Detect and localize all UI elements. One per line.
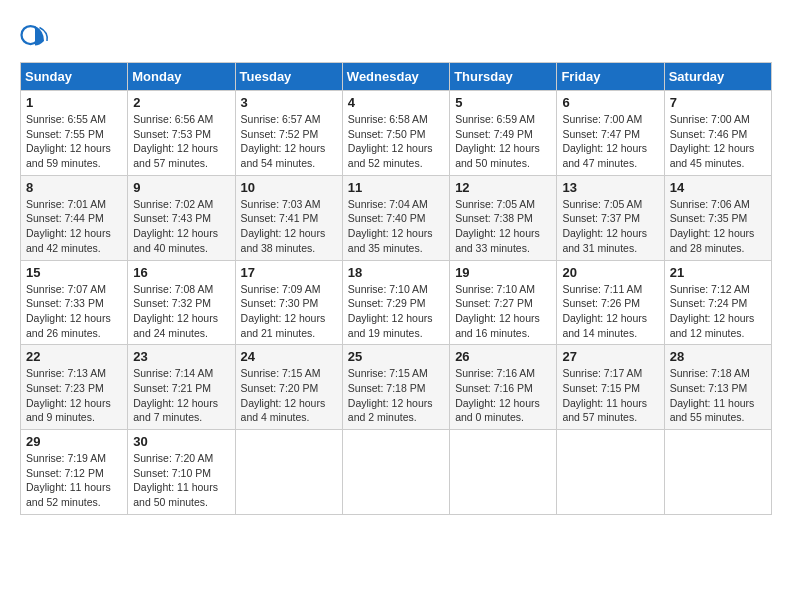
calendar-cell: 17 Sunrise: 7:09 AM Sunset: 7:30 PM Dayl… — [235, 260, 342, 345]
calendar-cell: 9 Sunrise: 7:02 AM Sunset: 7:43 PM Dayli… — [128, 175, 235, 260]
calendar-cell — [450, 430, 557, 515]
day-number: 1 — [26, 95, 122, 110]
day-info: Sunrise: 7:15 AM Sunset: 7:20 PM Dayligh… — [241, 366, 337, 425]
daylight-label: Daylight: 11 hours and 52 minutes. — [26, 481, 111, 508]
sunset-label: Sunset: 7:18 PM — [348, 382, 426, 394]
day-info: Sunrise: 7:04 AM Sunset: 7:40 PM Dayligh… — [348, 197, 444, 256]
sunset-label: Sunset: 7:50 PM — [348, 128, 426, 140]
day-info: Sunrise: 7:17 AM Sunset: 7:15 PM Dayligh… — [562, 366, 658, 425]
sunrise-label: Sunrise: 7:05 AM — [562, 198, 642, 210]
sunrise-label: Sunrise: 6:55 AM — [26, 113, 106, 125]
sunset-label: Sunset: 7:40 PM — [348, 212, 426, 224]
sunset-label: Sunset: 7:26 PM — [562, 297, 640, 309]
sunrise-label: Sunrise: 7:06 AM — [670, 198, 750, 210]
sunset-label: Sunset: 7:30 PM — [241, 297, 319, 309]
day-number: 4 — [348, 95, 444, 110]
sunrise-label: Sunrise: 7:11 AM — [562, 283, 642, 295]
day-number: 5 — [455, 95, 551, 110]
day-number: 11 — [348, 180, 444, 195]
daylight-label: Daylight: 12 hours and 4 minutes. — [241, 397, 326, 424]
day-number: 16 — [133, 265, 229, 280]
calendar-week-row: 22 Sunrise: 7:13 AM Sunset: 7:23 PM Dayl… — [21, 345, 772, 430]
logo-icon — [20, 20, 50, 50]
daylight-label: Daylight: 12 hours and 45 minutes. — [670, 142, 755, 169]
sunrise-label: Sunrise: 7:08 AM — [133, 283, 213, 295]
calendar-cell: 16 Sunrise: 7:08 AM Sunset: 7:32 PM Dayl… — [128, 260, 235, 345]
daylight-label: Daylight: 11 hours and 50 minutes. — [133, 481, 218, 508]
day-number: 30 — [133, 434, 229, 449]
day-info: Sunrise: 6:58 AM Sunset: 7:50 PM Dayligh… — [348, 112, 444, 171]
day-info: Sunrise: 7:01 AM Sunset: 7:44 PM Dayligh… — [26, 197, 122, 256]
sunrise-label: Sunrise: 7:10 AM — [348, 283, 428, 295]
calendar-cell: 14 Sunrise: 7:06 AM Sunset: 7:35 PM Dayl… — [664, 175, 771, 260]
calendar-week-row: 8 Sunrise: 7:01 AM Sunset: 7:44 PM Dayli… — [21, 175, 772, 260]
sunrise-label: Sunrise: 7:02 AM — [133, 198, 213, 210]
day-number: 26 — [455, 349, 551, 364]
day-info: Sunrise: 7:13 AM Sunset: 7:23 PM Dayligh… — [26, 366, 122, 425]
weekday-header: Thursday — [450, 63, 557, 91]
sunrise-label: Sunrise: 7:17 AM — [562, 367, 642, 379]
daylight-label: Daylight: 12 hours and 35 minutes. — [348, 227, 433, 254]
day-info: Sunrise: 7:20 AM Sunset: 7:10 PM Dayligh… — [133, 451, 229, 510]
calendar-cell: 25 Sunrise: 7:15 AM Sunset: 7:18 PM Dayl… — [342, 345, 449, 430]
weekday-header: Wednesday — [342, 63, 449, 91]
daylight-label: Daylight: 12 hours and 12 minutes. — [670, 312, 755, 339]
weekday-header: Monday — [128, 63, 235, 91]
day-number: 2 — [133, 95, 229, 110]
calendar-table: SundayMondayTuesdayWednesdayThursdayFrid… — [20, 62, 772, 515]
sunset-label: Sunset: 7:20 PM — [241, 382, 319, 394]
sunset-label: Sunset: 7:38 PM — [455, 212, 533, 224]
day-number: 23 — [133, 349, 229, 364]
day-info: Sunrise: 6:55 AM Sunset: 7:55 PM Dayligh… — [26, 112, 122, 171]
sunrise-label: Sunrise: 7:07 AM — [26, 283, 106, 295]
day-info: Sunrise: 7:09 AM Sunset: 7:30 PM Dayligh… — [241, 282, 337, 341]
day-number: 15 — [26, 265, 122, 280]
calendar-cell: 10 Sunrise: 7:03 AM Sunset: 7:41 PM Dayl… — [235, 175, 342, 260]
daylight-label: Daylight: 12 hours and 14 minutes. — [562, 312, 647, 339]
sunrise-label: Sunrise: 6:57 AM — [241, 113, 321, 125]
calendar-cell: 11 Sunrise: 7:04 AM Sunset: 7:40 PM Dayl… — [342, 175, 449, 260]
calendar-cell: 8 Sunrise: 7:01 AM Sunset: 7:44 PM Dayli… — [21, 175, 128, 260]
daylight-label: Daylight: 12 hours and 40 minutes. — [133, 227, 218, 254]
day-info: Sunrise: 7:10 AM Sunset: 7:29 PM Dayligh… — [348, 282, 444, 341]
calendar-cell — [342, 430, 449, 515]
sunrise-label: Sunrise: 7:05 AM — [455, 198, 535, 210]
calendar-cell — [235, 430, 342, 515]
sunrise-label: Sunrise: 6:56 AM — [133, 113, 213, 125]
sunset-label: Sunset: 7:13 PM — [670, 382, 748, 394]
day-info: Sunrise: 7:11 AM Sunset: 7:26 PM Dayligh… — [562, 282, 658, 341]
sunrise-label: Sunrise: 7:15 AM — [241, 367, 321, 379]
calendar-cell: 7 Sunrise: 7:00 AM Sunset: 7:46 PM Dayli… — [664, 91, 771, 176]
calendar-cell: 13 Sunrise: 7:05 AM Sunset: 7:37 PM Dayl… — [557, 175, 664, 260]
sunset-label: Sunset: 7:16 PM — [455, 382, 533, 394]
day-number: 27 — [562, 349, 658, 364]
day-info: Sunrise: 7:05 AM Sunset: 7:38 PM Dayligh… — [455, 197, 551, 256]
daylight-label: Daylight: 11 hours and 57 minutes. — [562, 397, 647, 424]
calendar-week-row: 15 Sunrise: 7:07 AM Sunset: 7:33 PM Dayl… — [21, 260, 772, 345]
weekday-header: Saturday — [664, 63, 771, 91]
day-number: 24 — [241, 349, 337, 364]
daylight-label: Daylight: 12 hours and 16 minutes. — [455, 312, 540, 339]
day-number: 25 — [348, 349, 444, 364]
daylight-label: Daylight: 12 hours and 24 minutes. — [133, 312, 218, 339]
calendar-cell: 29 Sunrise: 7:19 AM Sunset: 7:12 PM Dayl… — [21, 430, 128, 515]
daylight-label: Daylight: 12 hours and 42 minutes. — [26, 227, 111, 254]
daylight-label: Daylight: 12 hours and 21 minutes. — [241, 312, 326, 339]
day-info: Sunrise: 6:57 AM Sunset: 7:52 PM Dayligh… — [241, 112, 337, 171]
day-info: Sunrise: 7:18 AM Sunset: 7:13 PM Dayligh… — [670, 366, 766, 425]
sunset-label: Sunset: 7:35 PM — [670, 212, 748, 224]
calendar-week-row: 29 Sunrise: 7:19 AM Sunset: 7:12 PM Dayl… — [21, 430, 772, 515]
daylight-label: Daylight: 12 hours and 28 minutes. — [670, 227, 755, 254]
day-number: 14 — [670, 180, 766, 195]
daylight-label: Daylight: 12 hours and 26 minutes. — [26, 312, 111, 339]
page-header — [20, 20, 772, 50]
sunrise-label: Sunrise: 7:16 AM — [455, 367, 535, 379]
sunrise-label: Sunrise: 7:13 AM — [26, 367, 106, 379]
calendar-cell: 2 Sunrise: 6:56 AM Sunset: 7:53 PM Dayli… — [128, 91, 235, 176]
sunset-label: Sunset: 7:55 PM — [26, 128, 104, 140]
sunset-label: Sunset: 7:24 PM — [670, 297, 748, 309]
day-info: Sunrise: 7:15 AM Sunset: 7:18 PM Dayligh… — [348, 366, 444, 425]
day-info: Sunrise: 7:12 AM Sunset: 7:24 PM Dayligh… — [670, 282, 766, 341]
sunrise-label: Sunrise: 7:19 AM — [26, 452, 106, 464]
daylight-label: Daylight: 11 hours and 55 minutes. — [670, 397, 755, 424]
